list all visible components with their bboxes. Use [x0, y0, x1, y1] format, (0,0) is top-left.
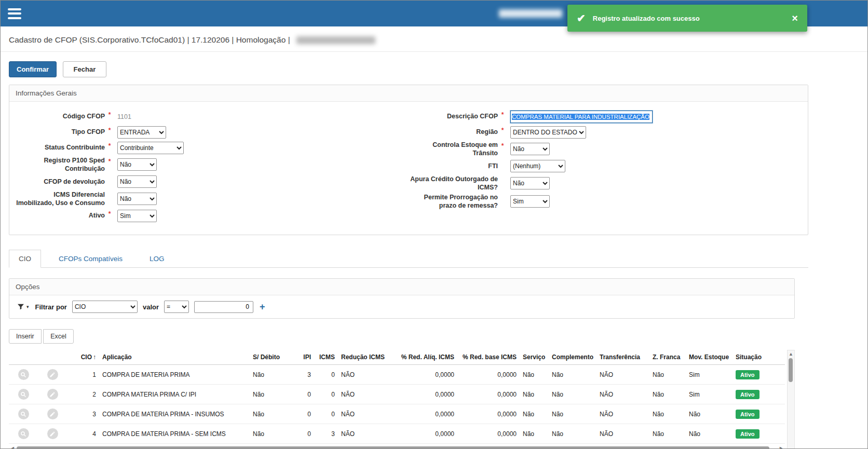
edit-row-button[interactable] [47, 389, 58, 400]
scrollbar-track[interactable] [789, 358, 793, 449]
header-transferencia[interactable]: Transferência [596, 350, 649, 365]
table-row[interactable]: 2 COMPRA MATERIA PRIMA C/ IPI Não 0 0 NÃ… [9, 385, 785, 404]
edit-row-button[interactable] [47, 428, 58, 439]
header-z-franca[interactable]: Z. Franca [649, 350, 686, 365]
vertical-scrollbar[interactable]: ▲ ▼ [787, 350, 795, 449]
required-asterisk: * [498, 125, 507, 134]
table-row[interactable]: 1 COMPRA DE MATERIA PRIMA Não 3 0 NÃO 0,… [9, 365, 785, 385]
header-complemento[interactable]: Complemento [549, 350, 596, 365]
header-s-debito[interactable]: S/ Débito [250, 350, 290, 365]
field-fti: FTI (Nenhum) [409, 159, 802, 173]
filter-operator-select[interactable]: = [164, 301, 189, 313]
table-cell: 0,0000 [392, 424, 457, 444]
tab-log[interactable]: LOG [140, 250, 174, 267]
form-right-column: Descrição CFOP * COMPRAS MATERIAL PARA I… [409, 108, 802, 224]
table-cell: 1 [67, 365, 99, 385]
required-asterisk: * [105, 156, 114, 165]
table-cell: NÃO [596, 365, 649, 385]
field-ativo: Ativo * Sim [16, 209, 409, 223]
table-cell: NÃO [596, 385, 649, 404]
edit-row-button[interactable] [47, 369, 58, 380]
ativo-select[interactable]: Sim [117, 210, 157, 222]
descricao-cfop-input[interactable]: COMPRAS MATERIAL PARA INDUSTRIALIZAÇÃO [510, 111, 653, 123]
codigo-cfop-value: 1101 [117, 113, 131, 120]
tipo-cfop-select[interactable]: ENTRADA [117, 126, 166, 139]
field-label: Descrição CFOP [409, 112, 498, 120]
status-badge: Ativo [736, 390, 760, 399]
view-row-button[interactable] [18, 428, 29, 439]
registro-p100-select[interactable]: Não [117, 158, 157, 171]
header-perc-red-base[interactable]: % Red. base ICMS [457, 350, 520, 365]
options-panel: Opções ▾ Filtrar por CIO valor = + [9, 278, 795, 319]
table-cell: 4 [67, 424, 99, 444]
tab-bar: CIO CFOPs Compatíveis LOG [9, 250, 808, 268]
scrollbar-thumb[interactable] [17, 446, 770, 449]
field-codigo-cfop: Código CFOP * 1101 [16, 110, 409, 124]
status-contribuinte-select[interactable]: Contribuinte [117, 142, 184, 154]
check-icon: ✔ [577, 12, 586, 24]
funnel-icon [17, 303, 25, 311]
header-ipi[interactable]: IPI [290, 350, 314, 365]
toast-notification: ✔ Registro atualizado com sucesso × [567, 5, 807, 32]
required-asterisk [498, 159, 507, 161]
header-servico[interactable]: Serviço [520, 350, 549, 365]
page-title: Cadastro de CFOP (SIS.Corporativo.TCfoCa… [9, 35, 290, 44]
scroll-up-icon[interactable]: ▲ [789, 352, 793, 357]
toast-message: Registro atualizado com sucesso [593, 15, 700, 22]
status-badge: Ativo [736, 370, 760, 379]
insert-button[interactable]: Inserir [9, 329, 42, 344]
table-row[interactable]: 4 COMPRA DE MATERIA PRIMA - SEM ICMS Não… [9, 424, 785, 444]
fti-select[interactable]: (Nenhum) [510, 160, 565, 172]
menu-icon[interactable] [8, 8, 22, 19]
tab-cio[interactable]: CIO [9, 250, 41, 268]
header-icms[interactable]: ICMS [314, 350, 338, 365]
edit-row-button[interactable] [47, 409, 58, 419]
required-asterisk: * [498, 141, 507, 149]
field-icms-diferencial: ICMS Diferencial Imobilizado, Uso e Cons… [16, 191, 409, 208]
close-button[interactable]: Fechar [63, 61, 107, 77]
field-label: Região [409, 128, 498, 136]
header-reducao-icms[interactable]: Redução ICMS [338, 350, 392, 365]
excel-button[interactable]: Excel [43, 329, 74, 344]
table-cell: NÃO [338, 424, 392, 444]
field-label: ICMS Diferencial Imobilizado, Uso e Cons… [16, 191, 105, 208]
scroll-right-icon[interactable]: ► [779, 446, 783, 449]
table-cell: Não [250, 404, 290, 424]
table-cell: NÃO [596, 404, 649, 424]
confirm-button[interactable]: Confirmar [9, 61, 57, 77]
field-cfop-devolucao: CFOP de devolução Não [16, 175, 409, 189]
view-row-button[interactable] [18, 389, 29, 400]
scroll-left-icon[interactable]: ◄ [10, 446, 15, 449]
field-label: Código CFOP [16, 112, 105, 120]
table-cell: COMPRA DE MATERIA PRIMA - INSUMOS [99, 404, 250, 424]
header-situacao[interactable]: Situação [733, 350, 785, 365]
table-row[interactable]: 3 COMPRA DE MATERIA PRIMA - INSUMOS Não … [9, 404, 785, 424]
add-filter-button[interactable]: + [259, 302, 266, 312]
icms-diferencial-select[interactable]: Não [117, 193, 157, 205]
filter-icon[interactable]: ▾ [16, 302, 30, 312]
field-label: Registro P100 Sped Contribuição [16, 156, 105, 173]
view-row-button[interactable] [18, 409, 29, 419]
header-aplicacao[interactable]: Aplicação [99, 350, 250, 365]
scrollbar-thumb[interactable] [789, 358, 793, 382]
cfop-devolucao-select[interactable]: Não [117, 175, 157, 188]
table-cell: NÃO [596, 424, 649, 444]
close-icon[interactable]: × [792, 13, 798, 23]
regiao-select[interactable]: DENTRO DO ESTADO [510, 126, 586, 139]
table-cell: 0,0000 [457, 424, 520, 444]
filter-value-input[interactable] [194, 301, 253, 313]
horizontal-scrollbar[interactable]: ◄ ► [9, 444, 785, 449]
controla-estoque-select[interactable]: Não [510, 143, 550, 155]
header-mov-estoque[interactable]: Mov. Estoque [686, 350, 733, 365]
scrollbar-track[interactable] [17, 446, 777, 449]
header-perc-red-aliq[interactable]: % Red. Alíq. ICMS [392, 350, 457, 365]
header-cio[interactable]: CIO↑ [67, 350, 99, 365]
tab-cfops-compativeis[interactable]: CFOPs Compatíveis [49, 250, 132, 267]
table-cell: Não [649, 385, 686, 404]
permite-prorrogacao-select[interactable]: Sim [510, 195, 550, 208]
redacted-text [499, 9, 562, 18]
apura-credito-select[interactable]: Não [510, 177, 550, 189]
table-cell: Sim [686, 385, 733, 404]
filter-field-select[interactable]: CIO [72, 301, 138, 313]
view-row-button[interactable] [18, 369, 29, 380]
